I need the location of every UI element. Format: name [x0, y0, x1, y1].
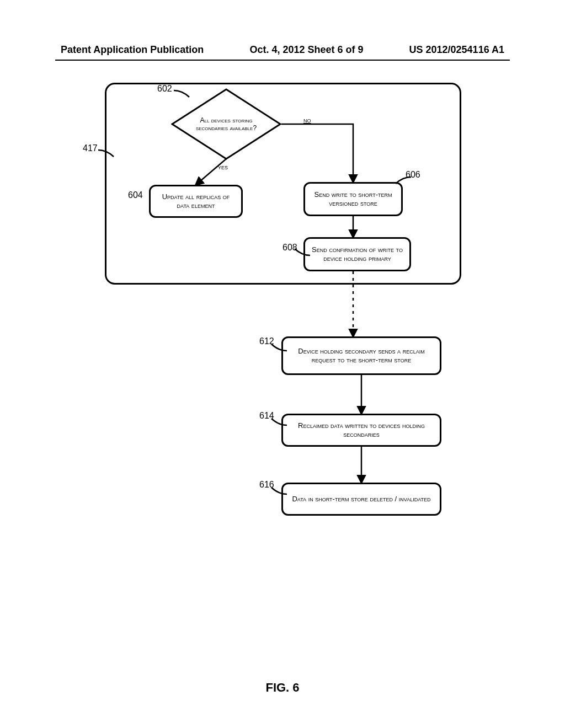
process-606: Send write to short-term versioned store [303, 182, 403, 216]
process-606-text: Send write to short-term versioned store [311, 190, 396, 208]
ref-602: 602 [157, 84, 172, 94]
process-614-text: Reclaimed data written to devices holdin… [289, 421, 434, 440]
process-604-text: Update all replicas of data element [156, 192, 236, 211]
ref-tail-608 [294, 247, 310, 258]
ref-tail-417 [98, 148, 115, 159]
process-608-text: Send confirmation of write to device hol… [311, 245, 404, 264]
ref-tail-612 [270, 342, 287, 353]
ref-tail-616 [270, 485, 287, 496]
page: Patent Application Publication Oct. 4, 2… [0, 0, 565, 728]
ref-tail-614 [270, 416, 287, 427]
edge-yes: yes [218, 163, 228, 171]
process-616-text: Data in short-term store deleted / inval… [292, 495, 430, 504]
process-612-text: Device holding secondary sends a reclaim… [289, 347, 434, 365]
figure-label: FIG. 6 [0, 681, 565, 695]
ref-417: 417 [83, 143, 98, 153]
process-612: Device holding secondary sends a reclaim… [281, 336, 441, 375]
ref-tail-602 [174, 88, 190, 99]
header-center: Oct. 4, 2012 Sheet 6 of 9 [249, 44, 363, 56]
ref-tail-606 [395, 175, 411, 186]
ref-604: 604 [128, 190, 143, 200]
process-614: Reclaimed data written to devices holdin… [281, 414, 441, 447]
edge-no: no [303, 116, 311, 124]
process-616: Data in short-term store deleted / inval… [281, 483, 441, 516]
header-left: Patent Application Publication [61, 44, 204, 56]
header-rule [55, 60, 510, 61]
page-header: Patent Application Publication Oct. 4, 2… [61, 44, 504, 56]
flowchart: 417 All devices storing secondaries avai… [83, 77, 480, 574]
process-608: Send confirmation of write to device hol… [303, 237, 411, 271]
process-604: Update all replicas of data element [149, 185, 243, 218]
header-right: US 2012/0254116 A1 [409, 44, 504, 56]
